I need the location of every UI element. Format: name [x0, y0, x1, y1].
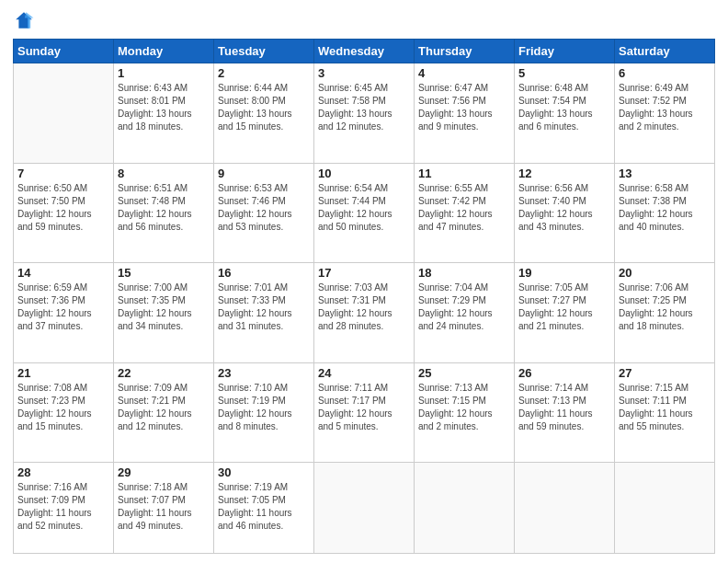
day-number: 4 — [418, 66, 510, 80]
day-info: Sunrise: 6:45 AM Sunset: 7:58 PM Dayligh… — [318, 82, 410, 133]
calendar-cell: 23Sunrise: 7:10 AM Sunset: 7:19 PM Dayli… — [214, 362, 314, 463]
calendar-cell: 28Sunrise: 7:16 AM Sunset: 7:09 PM Dayli… — [14, 463, 114, 554]
day-number: 3 — [318, 66, 410, 80]
calendar-cell: 11Sunrise: 6:55 AM Sunset: 7:42 PM Dayli… — [415, 163, 515, 263]
day-number: 29 — [118, 465, 210, 479]
day-number: 20 — [619, 266, 711, 280]
calendar-cell: 1Sunrise: 6:43 AM Sunset: 8:01 PM Daylig… — [114, 63, 214, 164]
calendar-cell — [515, 463, 615, 554]
day-info: Sunrise: 6:56 AM Sunset: 7:40 PM Dayligh… — [518, 182, 610, 234]
calendar-cell: 25Sunrise: 7:13 AM Sunset: 7:15 PM Dayli… — [415, 362, 515, 463]
calendar-cell: 19Sunrise: 7:05 AM Sunset: 7:27 PM Dayli… — [515, 263, 615, 363]
day-number: 26 — [518, 366, 610, 380]
calendar-cell: 13Sunrise: 6:58 AM Sunset: 7:38 PM Dayli… — [615, 163, 715, 263]
day-number: 22 — [118, 366, 210, 380]
day-number: 17 — [318, 266, 410, 280]
calendar-week-1: 1Sunrise: 6:43 AM Sunset: 8:01 PM Daylig… — [14, 63, 715, 164]
day-number: 12 — [518, 167, 610, 180]
calendar-cell: 30Sunrise: 7:19 AM Sunset: 7:05 PM Dayli… — [214, 463, 314, 554]
calendar-cell — [415, 463, 515, 554]
day-info: Sunrise: 7:16 AM Sunset: 7:09 PM Dayligh… — [17, 481, 109, 533]
day-info: Sunrise: 7:14 AM Sunset: 7:13 PM Dayligh… — [518, 382, 610, 433]
calendar-cell: 10Sunrise: 6:54 AM Sunset: 7:44 PM Dayli… — [314, 163, 415, 263]
calendar-cell: 3Sunrise: 6:45 AM Sunset: 7:58 PM Daylig… — [314, 63, 415, 164]
day-info: Sunrise: 7:15 AM Sunset: 7:11 PM Dayligh… — [619, 382, 711, 433]
day-info: Sunrise: 7:09 AM Sunset: 7:21 PM Dayligh… — [118, 382, 210, 433]
day-number: 21 — [17, 366, 109, 380]
day-number: 30 — [218, 465, 310, 479]
day-info: Sunrise: 7:08 AM Sunset: 7:23 PM Dayligh… — [17, 382, 109, 433]
calendar-cell — [615, 463, 715, 554]
weekday-header-sunday: Sunday — [14, 40, 114, 63]
calendar-cell: 9Sunrise: 6:53 AM Sunset: 7:46 PM Daylig… — [214, 163, 314, 263]
day-number: 13 — [619, 167, 711, 180]
day-info: Sunrise: 6:55 AM Sunset: 7:42 PM Dayligh… — [418, 182, 510, 234]
calendar-week-2: 7Sunrise: 6:50 AM Sunset: 7:50 PM Daylig… — [14, 163, 715, 263]
day-number: 18 — [418, 266, 510, 280]
calendar-table: SundayMondayTuesdayWednesdayThursdayFrid… — [13, 39, 715, 554]
weekday-header-thursday: Thursday — [415, 40, 515, 63]
weekday-header-tuesday: Tuesday — [214, 40, 314, 63]
day-info: Sunrise: 7:18 AM Sunset: 7:07 PM Dayligh… — [118, 481, 210, 533]
calendar-cell: 16Sunrise: 7:01 AM Sunset: 7:33 PM Dayli… — [214, 263, 314, 363]
calendar-cell: 17Sunrise: 7:03 AM Sunset: 7:31 PM Dayli… — [314, 263, 415, 363]
calendar-cell: 21Sunrise: 7:08 AM Sunset: 7:23 PM Dayli… — [14, 362, 114, 463]
logo — [13, 9, 39, 31]
day-info: Sunrise: 6:59 AM Sunset: 7:36 PM Dayligh… — [17, 282, 109, 333]
calendar-week-5: 28Sunrise: 7:16 AM Sunset: 7:09 PM Dayli… — [14, 463, 715, 554]
day-info: Sunrise: 7:05 AM Sunset: 7:27 PM Dayligh… — [518, 282, 610, 333]
calendar-cell: 6Sunrise: 6:49 AM Sunset: 7:52 PM Daylig… — [615, 63, 715, 164]
calendar-cell: 4Sunrise: 6:47 AM Sunset: 7:56 PM Daylig… — [415, 63, 515, 164]
day-number: 10 — [318, 167, 410, 180]
calendar-week-4: 21Sunrise: 7:08 AM Sunset: 7:23 PM Dayli… — [14, 362, 715, 463]
weekday-header-monday: Monday — [114, 40, 214, 63]
day-info: Sunrise: 7:03 AM Sunset: 7:31 PM Dayligh… — [318, 282, 410, 333]
calendar-cell: 27Sunrise: 7:15 AM Sunset: 7:11 PM Dayli… — [615, 362, 715, 463]
calendar-cell: 26Sunrise: 7:14 AM Sunset: 7:13 PM Dayli… — [515, 362, 615, 463]
day-number: 28 — [17, 465, 109, 479]
day-info: Sunrise: 6:48 AM Sunset: 7:54 PM Dayligh… — [518, 82, 610, 133]
day-number: 5 — [518, 66, 610, 80]
day-number: 27 — [619, 366, 711, 380]
day-number: 24 — [318, 366, 410, 380]
calendar-cell: 20Sunrise: 7:06 AM Sunset: 7:25 PM Dayli… — [615, 263, 715, 363]
day-info: Sunrise: 7:19 AM Sunset: 7:05 PM Dayligh… — [218, 481, 310, 533]
calendar-cell: 18Sunrise: 7:04 AM Sunset: 7:29 PM Dayli… — [415, 263, 515, 363]
weekday-header-row: SundayMondayTuesdayWednesdayThursdayFrid… — [14, 40, 715, 63]
day-number: 19 — [518, 266, 610, 280]
day-number: 1 — [118, 66, 210, 80]
day-number: 8 — [118, 167, 210, 180]
weekday-header-saturday: Saturday — [615, 40, 715, 63]
day-info: Sunrise: 6:43 AM Sunset: 8:01 PM Dayligh… — [118, 82, 210, 133]
calendar-cell: 14Sunrise: 6:59 AM Sunset: 7:36 PM Dayli… — [14, 263, 114, 363]
day-info: Sunrise: 6:51 AM Sunset: 7:48 PM Dayligh… — [118, 182, 210, 234]
day-info: Sunrise: 6:50 AM Sunset: 7:50 PM Dayligh… — [17, 182, 109, 234]
day-number: 15 — [118, 266, 210, 280]
day-info: Sunrise: 6:44 AM Sunset: 8:00 PM Dayligh… — [218, 82, 310, 133]
page: SundayMondayTuesdayWednesdayThursdayFrid… — [0, 0, 728, 563]
calendar-cell: 22Sunrise: 7:09 AM Sunset: 7:21 PM Dayli… — [114, 362, 214, 463]
day-info: Sunrise: 7:00 AM Sunset: 7:35 PM Dayligh… — [118, 282, 210, 333]
day-info: Sunrise: 6:49 AM Sunset: 7:52 PM Dayligh… — [619, 82, 711, 133]
day-number: 2 — [218, 66, 310, 80]
day-info: Sunrise: 7:04 AM Sunset: 7:29 PM Dayligh… — [418, 282, 510, 333]
weekday-header-wednesday: Wednesday — [314, 40, 415, 63]
day-info: Sunrise: 7:01 AM Sunset: 7:33 PM Dayligh… — [218, 282, 310, 333]
day-number: 11 — [418, 167, 510, 180]
day-number: 16 — [218, 266, 310, 280]
day-info: Sunrise: 7:10 AM Sunset: 7:19 PM Dayligh… — [218, 382, 310, 433]
day-number: 9 — [218, 167, 310, 180]
calendar-cell: 29Sunrise: 7:18 AM Sunset: 7:07 PM Dayli… — [114, 463, 214, 554]
day-info: Sunrise: 7:06 AM Sunset: 7:25 PM Dayligh… — [619, 282, 711, 333]
header — [13, 9, 715, 31]
day-info: Sunrise: 6:58 AM Sunset: 7:38 PM Dayligh… — [619, 182, 711, 234]
logo-icon — [13, 9, 35, 31]
calendar-cell: 12Sunrise: 6:56 AM Sunset: 7:40 PM Dayli… — [515, 163, 615, 263]
calendar-week-3: 14Sunrise: 6:59 AM Sunset: 7:36 PM Dayli… — [14, 263, 715, 363]
calendar-cell — [14, 63, 114, 164]
day-number: 25 — [418, 366, 510, 380]
calendar-cell: 2Sunrise: 6:44 AM Sunset: 8:00 PM Daylig… — [214, 63, 314, 164]
day-info: Sunrise: 7:11 AM Sunset: 7:17 PM Dayligh… — [318, 382, 410, 433]
calendar-cell: 7Sunrise: 6:50 AM Sunset: 7:50 PM Daylig… — [14, 163, 114, 263]
calendar-cell — [314, 463, 415, 554]
